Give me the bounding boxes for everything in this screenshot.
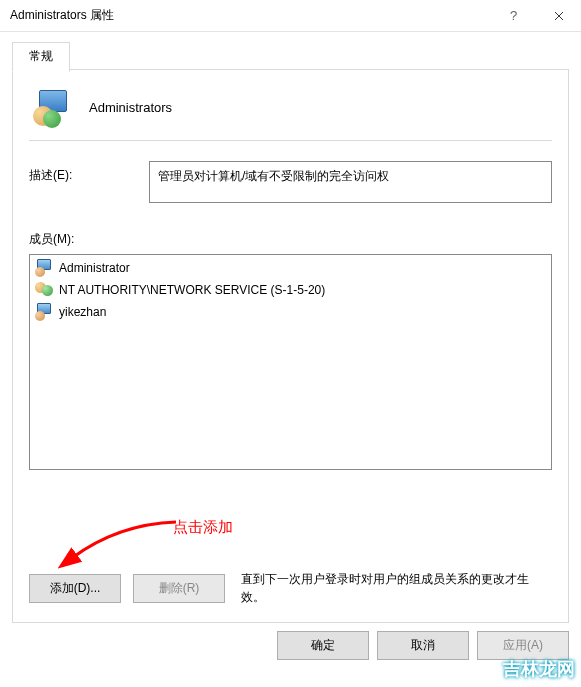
membership-note: 直到下一次用户登录时对用户的组成员关系的更改才生效。 — [237, 570, 552, 606]
tab-general[interactable]: 常规 — [12, 42, 70, 72]
group-name: Administrators — [89, 100, 172, 115]
users-icon — [35, 281, 53, 299]
ok-button[interactable]: 确定 — [277, 631, 369, 660]
user-icon — [35, 303, 53, 321]
description-label: 描述(E): — [29, 161, 139, 184]
list-item[interactable]: yikezhan — [32, 301, 549, 323]
description-row: 描述(E): 管理员对计算机/域有不受限制的完全访问权 — [29, 161, 552, 203]
titlebar: Administrators 属性 ? — [0, 0, 581, 32]
members-list[interactable]: AdministratorNT AUTHORITY\NETWORK SERVIC… — [29, 254, 552, 470]
annotation-arrow-icon — [58, 514, 188, 574]
window-title: Administrators 属性 — [10, 7, 491, 24]
cancel-button[interactable]: 取消 — [377, 631, 469, 660]
dialog-buttons: 确定 取消 应用(A) — [0, 631, 581, 668]
list-item[interactable]: Administrator — [32, 257, 549, 279]
tab-panel-general: Administrators 描述(E): 管理员对计算机/域有不受限制的完全访… — [12, 69, 569, 623]
description-input[interactable]: 管理员对计算机/域有不受限制的完全访问权 — [149, 161, 552, 203]
close-button[interactable] — [536, 0, 581, 32]
member-name: Administrator — [59, 261, 130, 275]
members-label: 成员(M): — [29, 231, 552, 248]
member-name: yikezhan — [59, 305, 106, 319]
close-icon — [554, 11, 564, 21]
group-icon — [33, 88, 71, 126]
remove-button[interactable]: 删除(R) — [133, 574, 225, 603]
add-button[interactable]: 添加(D)... — [29, 574, 121, 603]
help-button[interactable]: ? — [491, 0, 536, 32]
apply-button[interactable]: 应用(A) — [477, 631, 569, 660]
user-icon — [35, 259, 53, 277]
group-header: Administrators — [29, 84, 552, 141]
tab-strip: 常规 — [12, 42, 569, 70]
annotation-text: 点击添加 — [173, 518, 233, 537]
list-item[interactable]: NT AUTHORITY\NETWORK SERVICE (S-1-5-20) — [32, 279, 549, 301]
member-buttons-row: 添加(D)... 删除(R) 直到下一次用户登录时对用户的组成员关系的更改才生效… — [29, 570, 552, 606]
member-name: NT AUTHORITY\NETWORK SERVICE (S-1-5-20) — [59, 283, 325, 297]
